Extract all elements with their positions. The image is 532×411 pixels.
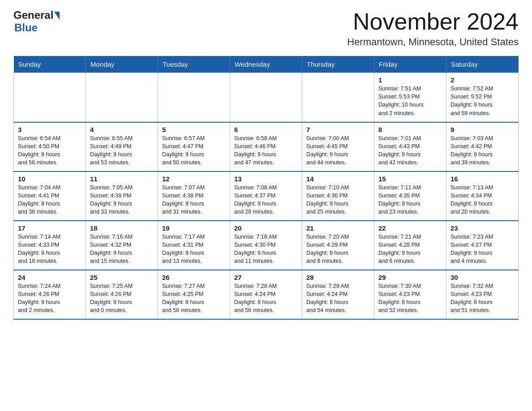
day-number: 5: [162, 126, 226, 133]
day-info: Sunrise: 7:32 AM Sunset: 4:23 PM Dayligh…: [450, 282, 514, 315]
day-info: Sunrise: 7:16 AM Sunset: 4:32 PM Dayligh…: [90, 233, 154, 265]
calendar-cell: 10Sunrise: 7:04 AM Sunset: 4:41 PM Dayli…: [14, 171, 86, 221]
calendar-cell: 7Sunrise: 7:00 AM Sunset: 4:45 PM Daylig…: [302, 122, 374, 171]
day-number: 11: [90, 175, 154, 183]
calendar-cell: [158, 73, 230, 122]
day-number: 29: [378, 274, 442, 281]
day-info: Sunrise: 7:25 AM Sunset: 4:26 PM Dayligh…: [90, 282, 154, 315]
logo-general-text: General: [13, 9, 53, 21]
day-number: 2: [450, 76, 514, 84]
day-header-sunday: Sunday: [14, 56, 86, 73]
calendar-cell: 4Sunrise: 6:55 AM Sunset: 4:49 PM Daylig…: [86, 122, 158, 171]
calendar-cell: [14, 73, 86, 122]
day-number: 20: [234, 224, 298, 232]
day-info: Sunrise: 6:58 AM Sunset: 4:46 PM Dayligh…: [234, 134, 298, 167]
calendar-cell: 22Sunrise: 7:21 AM Sunset: 4:28 PM Dayli…: [374, 221, 446, 270]
calendar-cell: 8Sunrise: 7:01 AM Sunset: 4:43 PM Daylig…: [374, 122, 446, 171]
logo-blue-text: Blue: [14, 21, 38, 34]
day-number: 16: [450, 175, 514, 183]
day-number: 23: [450, 224, 514, 232]
calendar-cell: 20Sunrise: 7:18 AM Sunset: 4:30 PM Dayli…: [230, 221, 302, 270]
calendar-cell: 23Sunrise: 7:23 AM Sunset: 4:27 PM Dayli…: [446, 221, 519, 270]
calendar-cell: 26Sunrise: 7:27 AM Sunset: 4:25 PM Dayli…: [158, 270, 230, 319]
calendar-cell: 9Sunrise: 7:03 AM Sunset: 4:42 PM Daylig…: [446, 122, 519, 171]
header: General Blue November 2024 Hermantown, M…: [13, 9, 519, 48]
calendar-cell: 14Sunrise: 7:10 AM Sunset: 4:36 PM Dayli…: [302, 171, 374, 221]
day-header-friday: Friday: [374, 56, 446, 73]
day-number: 24: [18, 274, 82, 281]
calendar-week-row: 1Sunrise: 7:51 AM Sunset: 5:53 PM Daylig…: [14, 73, 519, 122]
day-number: 30: [450, 274, 514, 281]
location-title: Hermantown, Minnesota, United States: [347, 36, 519, 48]
day-info: Sunrise: 7:00 AM Sunset: 4:45 PM Dayligh…: [306, 134, 370, 167]
day-info: Sunrise: 7:05 AM Sunset: 4:39 PM Dayligh…: [90, 184, 154, 216]
calendar-cell: 5Sunrise: 6:57 AM Sunset: 4:47 PM Daylig…: [158, 122, 230, 171]
calendar-cell: [230, 73, 302, 122]
day-number: 21: [306, 224, 370, 232]
day-info: Sunrise: 7:52 AM Sunset: 5:52 PM Dayligh…: [450, 85, 514, 117]
day-header-saturday: Saturday: [446, 56, 519, 73]
day-number: 12: [162, 175, 226, 183]
day-info: Sunrise: 6:55 AM Sunset: 4:49 PM Dayligh…: [90, 134, 154, 167]
calendar-week-row: 3Sunrise: 6:54 AM Sunset: 4:50 PM Daylig…: [14, 122, 519, 171]
day-info: Sunrise: 7:10 AM Sunset: 4:36 PM Dayligh…: [306, 184, 370, 216]
day-number: 25: [90, 274, 154, 281]
calendar-header-row: SundayMondayTuesdayWednesdayThursdayFrid…: [14, 56, 519, 73]
calendar-cell: 15Sunrise: 7:11 AM Sunset: 4:35 PM Dayli…: [374, 171, 446, 221]
calendar-table: SundayMondayTuesdayWednesdayThursdayFrid…: [13, 56, 519, 320]
calendar-cell: [86, 73, 158, 122]
calendar-cell: 12Sunrise: 7:07 AM Sunset: 4:38 PM Dayli…: [158, 171, 230, 221]
calendar-cell: 29Sunrise: 7:30 AM Sunset: 4:23 PM Dayli…: [374, 270, 446, 319]
day-info: Sunrise: 7:01 AM Sunset: 4:43 PM Dayligh…: [378, 134, 442, 167]
day-info: Sunrise: 7:21 AM Sunset: 4:28 PM Dayligh…: [378, 233, 442, 265]
calendar-cell: 21Sunrise: 7:20 AM Sunset: 4:29 PM Dayli…: [302, 221, 374, 270]
day-number: 26: [162, 274, 226, 281]
calendar-cell: 25Sunrise: 7:25 AM Sunset: 4:26 PM Dayli…: [86, 270, 158, 319]
title-area: November 2024 Hermantown, Minnesota, Uni…: [347, 9, 519, 48]
calendar-cell: 18Sunrise: 7:16 AM Sunset: 4:32 PM Dayli…: [86, 221, 158, 270]
day-number: 15: [378, 175, 442, 183]
day-number: 27: [234, 274, 298, 281]
calendar-cell: 17Sunrise: 7:14 AM Sunset: 4:33 PM Dayli…: [14, 221, 86, 270]
day-header-thursday: Thursday: [302, 56, 374, 73]
day-number: 28: [306, 274, 370, 281]
day-info: Sunrise: 7:30 AM Sunset: 4:23 PM Dayligh…: [378, 282, 442, 315]
day-info: Sunrise: 7:04 AM Sunset: 4:41 PM Dayligh…: [18, 184, 82, 216]
day-number: 7: [306, 126, 370, 133]
day-number: 10: [18, 175, 82, 183]
calendar-cell: 16Sunrise: 7:13 AM Sunset: 4:34 PM Dayli…: [446, 171, 519, 221]
calendar-cell: 28Sunrise: 7:29 AM Sunset: 4:24 PM Dayli…: [302, 270, 374, 319]
calendar-week-row: 10Sunrise: 7:04 AM Sunset: 4:41 PM Dayli…: [14, 171, 519, 221]
day-info: Sunrise: 7:24 AM Sunset: 4:26 PM Dayligh…: [18, 282, 82, 315]
day-header-monday: Monday: [86, 56, 158, 73]
day-info: Sunrise: 6:54 AM Sunset: 4:50 PM Dayligh…: [18, 134, 82, 167]
day-info: Sunrise: 7:18 AM Sunset: 4:30 PM Dayligh…: [234, 233, 298, 265]
day-number: 4: [90, 126, 154, 133]
calendar-cell: 13Sunrise: 7:08 AM Sunset: 4:37 PM Dayli…: [230, 171, 302, 221]
day-info: Sunrise: 7:17 AM Sunset: 4:31 PM Dayligh…: [162, 233, 226, 265]
calendar-cell: [302, 73, 374, 122]
day-info: Sunrise: 7:07 AM Sunset: 4:38 PM Dayligh…: [162, 184, 226, 216]
calendar-week-row: 17Sunrise: 7:14 AM Sunset: 4:33 PM Dayli…: [14, 221, 519, 270]
day-info: Sunrise: 7:23 AM Sunset: 4:27 PM Dayligh…: [450, 233, 514, 265]
day-info: Sunrise: 7:28 AM Sunset: 4:24 PM Dayligh…: [234, 282, 298, 315]
day-number: 14: [306, 175, 370, 183]
day-number: 8: [378, 126, 442, 133]
logo-arrow-icon: [54, 12, 60, 20]
calendar-cell: 1Sunrise: 7:51 AM Sunset: 5:53 PM Daylig…: [374, 73, 446, 122]
calendar-cell: 3Sunrise: 6:54 AM Sunset: 4:50 PM Daylig…: [14, 122, 86, 171]
month-title: November 2024: [347, 9, 519, 34]
day-info: Sunrise: 6:57 AM Sunset: 4:47 PM Dayligh…: [162, 134, 226, 167]
day-info: Sunrise: 7:13 AM Sunset: 4:34 PM Dayligh…: [450, 184, 514, 216]
calendar-cell: 19Sunrise: 7:17 AM Sunset: 4:31 PM Dayli…: [158, 221, 230, 270]
calendar-week-row: 24Sunrise: 7:24 AM Sunset: 4:26 PM Dayli…: [14, 270, 519, 319]
day-number: 9: [450, 126, 514, 133]
day-header-tuesday: Tuesday: [158, 56, 230, 73]
day-number: 1: [378, 76, 442, 84]
calendar-cell: 30Sunrise: 7:32 AM Sunset: 4:23 PM Dayli…: [446, 270, 519, 319]
calendar-cell: 2Sunrise: 7:52 AM Sunset: 5:52 PM Daylig…: [446, 73, 519, 122]
calendar-cell: 11Sunrise: 7:05 AM Sunset: 4:39 PM Dayli…: [86, 171, 158, 221]
day-info: Sunrise: 7:11 AM Sunset: 4:35 PM Dayligh…: [378, 184, 442, 216]
day-number: 3: [18, 126, 82, 133]
day-number: 17: [18, 224, 82, 232]
